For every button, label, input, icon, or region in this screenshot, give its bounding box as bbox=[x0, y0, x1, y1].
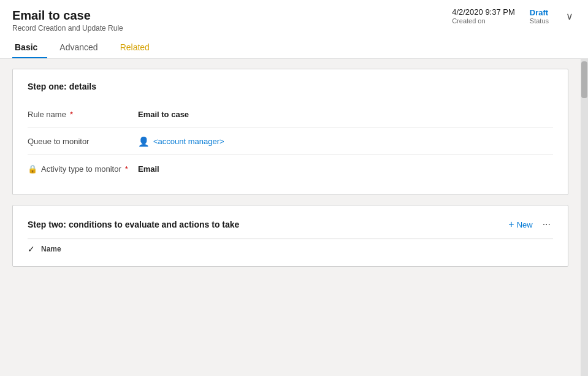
content-area: Step one: details Rule name * Email to c… bbox=[0, 59, 581, 376]
queue-monitor-row: Queue to monitor 👤 <account manager> bbox=[28, 128, 553, 155]
main-content: Step one: details Rule name * Email to c… bbox=[0, 59, 588, 376]
page-header: Email to case Record Creation and Update… bbox=[0, 0, 588, 59]
queue-person-icon: 👤 bbox=[138, 136, 150, 147]
step-two-header: Step two: conditions to evaluate and act… bbox=[28, 218, 553, 231]
activity-type-label: 🔒 Activity type to monitor * bbox=[28, 164, 138, 174]
scrollbar-track[interactable] bbox=[581, 59, 588, 376]
queue-monitor-label-text: Queue to monitor bbox=[28, 137, 89, 146]
activity-type-row: 🔒 Activity type to monitor * Email bbox=[28, 155, 553, 182]
new-button[interactable]: + New bbox=[508, 219, 532, 230]
header-title-area: Email to case Record Creation and Update… bbox=[12, 7, 123, 33]
activity-type-value[interactable]: Email bbox=[138, 164, 553, 174]
rule-name-label: Rule name * bbox=[28, 110, 138, 119]
column-name-header: Name bbox=[41, 245, 553, 253]
page-title: Email to case bbox=[12, 7, 123, 23]
status-value: Draft bbox=[530, 8, 549, 17]
queue-monitor-value[interactable]: 👤 <account manager> bbox=[138, 136, 553, 147]
step-one-title: Step one: details bbox=[28, 82, 553, 91]
queue-monitor-label: Queue to monitor bbox=[28, 137, 138, 146]
tab-bar: Basic Advanced Related bbox=[12, 37, 576, 58]
header-chevron-button[interactable]: ∨ bbox=[563, 8, 576, 25]
step-two-card: Step two: conditions to evaluate and act… bbox=[12, 205, 568, 267]
lock-icon: 🔒 bbox=[28, 164, 37, 174]
scrollbar-thumb[interactable] bbox=[581, 61, 587, 98]
header-top: Email to case Record Creation and Update… bbox=[12, 7, 576, 33]
created-date-label: Created on bbox=[452, 17, 485, 25]
queue-monitor-link-text[interactable]: <account manager> bbox=[153, 137, 224, 146]
plus-icon: + bbox=[508, 219, 514, 230]
created-date-value: 4/2/2020 9:37 PM bbox=[452, 7, 515, 17]
rule-name-value[interactable]: Email to case bbox=[138, 110, 553, 119]
checkmark-icon: ✓ bbox=[28, 244, 35, 254]
tab-basic[interactable]: Basic bbox=[12, 37, 47, 58]
header-status: Draft Status bbox=[530, 8, 549, 25]
table-header-row: ✓ Name bbox=[28, 239, 553, 254]
more-options-button[interactable]: ··· bbox=[540, 218, 553, 231]
step-two-title: Step two: conditions to evaluate and act… bbox=[28, 220, 239, 229]
tab-advanced[interactable]: Advanced bbox=[50, 37, 107, 58]
activity-type-label-text: Activity type to monitor bbox=[41, 164, 121, 174]
tab-related[interactable]: Related bbox=[110, 37, 159, 58]
page-subtitle: Record Creation and Update Rule bbox=[12, 24, 123, 33]
rule-name-label-text: Rule name bbox=[28, 110, 66, 119]
status-label: Status bbox=[530, 17, 549, 25]
activity-type-required: * bbox=[125, 164, 128, 174]
new-button-label: New bbox=[517, 220, 533, 229]
step-one-card: Step one: details Rule name * Email to c… bbox=[12, 69, 568, 195]
rule-name-row: Rule name * Email to case bbox=[28, 101, 553, 128]
header-date: 4/2/2020 9:37 PM Created on bbox=[452, 7, 515, 25]
rule-name-required: * bbox=[70, 110, 73, 119]
header-meta: 4/2/2020 9:37 PM Created on Draft Status… bbox=[452, 7, 576, 25]
step-two-actions: + New ··· bbox=[508, 218, 553, 231]
